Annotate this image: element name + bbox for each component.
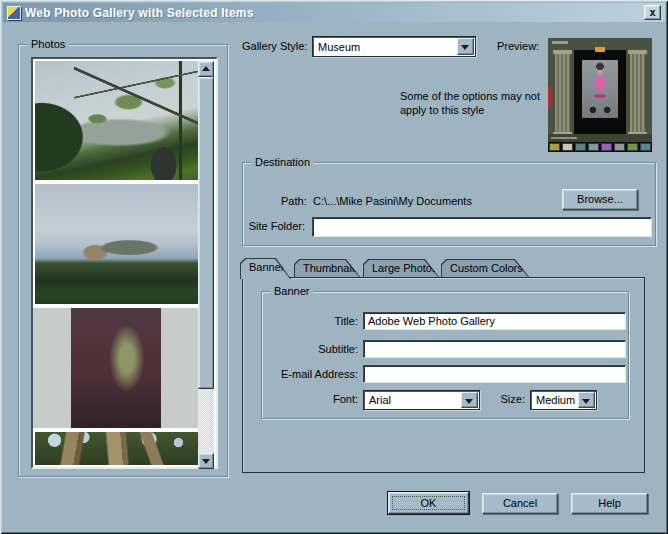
size-select[interactable]: Medium: [530, 390, 597, 410]
preview-thumbnail-swatch: [627, 143, 638, 151]
font-value: Arial: [369, 394, 391, 406]
column-art-left: [555, 54, 570, 132]
window-title: Web Photo Gallery with Selected Items: [25, 6, 644, 20]
font-dropdown-button[interactable]: [461, 392, 478, 408]
web-photo-gallery-dialog: Web Photo Gallery with Selected Items x …: [0, 0, 668, 534]
photos-scrollbar[interactable]: [198, 61, 214, 469]
preview-caption-strip: [548, 134, 652, 142]
photo-list: [31, 57, 218, 469]
preview-label: Preview:: [497, 40, 539, 53]
scrollbar-track[interactable]: [198, 389, 214, 453]
branch-art: [74, 65, 198, 129]
preview-thumbnail-swatch: [614, 143, 625, 151]
photo-thumbnail-portrait-row: [33, 308, 200, 428]
style-note: Some of the options may not apply to thi…: [400, 89, 540, 117]
ok-button-label: OK: [421, 497, 437, 509]
banner-group: Banner Title: Subtitle: E-mail Address: …: [261, 291, 629, 419]
gallery-style-select[interactable]: Museum: [312, 36, 476, 57]
photo-thumbnail-hillside: [35, 61, 198, 180]
photo-thumbnail-bay-island: [35, 184, 198, 304]
scrollbar-thumb[interactable]: [198, 77, 214, 389]
chevron-down-icon: [582, 399, 590, 404]
chevron-down-icon: [461, 45, 469, 50]
scroll-up-button[interactable]: [198, 61, 214, 77]
gallery-style-value: Museum: [318, 41, 360, 53]
preview-thumbnail: [548, 38, 652, 152]
banner-group-label: Banner: [270, 285, 313, 298]
size-value: Medium: [536, 394, 575, 406]
column-art-right: [630, 54, 645, 132]
tab-content-panel: Banner Title: Subtitle: E-mail Address: …: [242, 277, 645, 473]
preview-thumbnail-swatch: [588, 143, 599, 151]
tab-banner[interactable]: Banner: [240, 258, 291, 279]
preview-thumbnail-swatch: [575, 143, 586, 151]
title-input[interactable]: [363, 312, 626, 330]
tab-custom-colors-label: Custom Colors: [450, 262, 523, 274]
cancel-button[interactable]: Cancel: [482, 493, 558, 514]
title-label: Title:: [262, 315, 358, 328]
preview-thumbnail-strip: [548, 142, 652, 152]
gallery-style-label: Gallery Style:: [242, 40, 307, 53]
scroll-down-button[interactable]: [198, 453, 214, 469]
gallery-style-dropdown-button[interactable]: [457, 38, 474, 55]
style-note-line1: Some of the options may not: [400, 90, 540, 102]
close-button[interactable]: x: [644, 5, 661, 20]
path-value: C:\...\Mike Pasini\My Documents: [313, 195, 472, 208]
preview-thumbnail-swatch: [640, 143, 651, 151]
chevron-down-icon: [465, 399, 473, 404]
photos-group: Photos: [18, 44, 228, 477]
tab-large-photos-label: Large Photos: [372, 262, 437, 274]
arrow-up-icon: [202, 66, 210, 71]
subtitle-label: Subtitle:: [262, 343, 358, 356]
preview-thumbnail-swatch: [601, 143, 612, 151]
browse-button[interactable]: Browse...: [562, 189, 638, 210]
destination-group-label: Destination: [251, 156, 314, 169]
site-folder-input[interactable]: [312, 217, 652, 237]
titlebar[interactable]: Web Photo Gallery with Selected Items x: [3, 3, 665, 22]
site-folder-label: Site Folder:: [243, 220, 305, 233]
font-select[interactable]: Arial: [363, 390, 480, 410]
tab-large-photos[interactable]: Large Photos: [363, 259, 440, 278]
help-button[interactable]: Help: [571, 493, 648, 514]
size-dropdown-button[interactable]: [578, 392, 595, 408]
arrow-down-icon: [202, 459, 210, 464]
preview-frame-art: [574, 50, 626, 134]
photos-group-label: Photos: [27, 38, 69, 51]
ok-button[interactable]: OK: [388, 492, 469, 514]
tab-thumbnails[interactable]: Thumbnails: [294, 259, 361, 278]
size-label: Size:: [477, 393, 525, 406]
preview-thumbnail-swatch: [562, 143, 573, 151]
photo-thumbnail-trees-partial: [35, 432, 198, 465]
email-label: E-mail Address:: [262, 368, 358, 381]
destination-group: Destination Path: C:\...\Mike Pasini\My …: [242, 162, 656, 246]
caption-text-art: [551, 137, 577, 139]
style-note-line2: apply to this style: [400, 104, 484, 116]
font-label: Font:: [262, 393, 358, 406]
ribbon-art: [595, 47, 605, 52]
photo-thumbnail-building-plant: [71, 308, 161, 428]
red-accent-art: [548, 86, 551, 108]
subtitle-input[interactable]: [363, 340, 626, 358]
tab-thumbnails-label: Thumbnails: [303, 262, 360, 274]
tab-custom-colors[interactable]: Custom Colors: [441, 259, 530, 278]
path-label: Path:: [281, 195, 307, 208]
email-input[interactable]: [363, 365, 626, 383]
preview-thumbnail-swatch: [549, 143, 560, 151]
child-on-bike-art: [582, 60, 618, 118]
preview-title-art: [552, 41, 568, 44]
app-icon: [7, 6, 21, 20]
tab-banner-label: Banner: [249, 261, 284, 273]
